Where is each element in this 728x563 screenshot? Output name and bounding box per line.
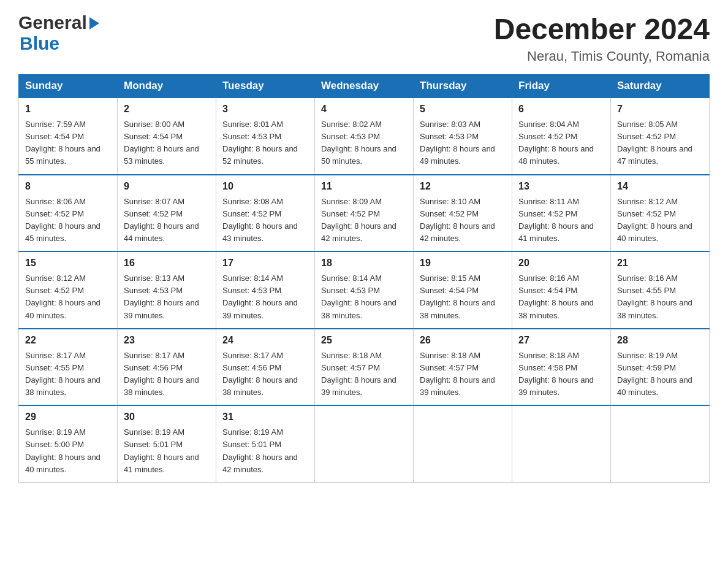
day-number: 9 — [124, 179, 210, 194]
calendar-cell: 9 Sunrise: 8:07 AMSunset: 4:52 PMDayligh… — [118, 175, 216, 252]
day-info: Sunrise: 8:19 AMSunset: 5:01 PMDaylight:… — [222, 426, 308, 476]
calendar-cell — [512, 405, 611, 482]
day-number: 29 — [25, 410, 111, 424]
day-info: Sunrise: 8:15 AMSunset: 4:54 PMDaylight:… — [420, 272, 506, 322]
day-info: Sunrise: 8:18 AMSunset: 4:57 PMDaylight:… — [420, 350, 506, 399]
day-info: Sunrise: 8:19 AMSunset: 4:59 PMDaylight:… — [617, 350, 703, 399]
calendar-cell: 12 Sunrise: 8:10 AMSunset: 4:52 PMDaylig… — [414, 175, 512, 252]
day-number: 4 — [321, 102, 407, 117]
day-number: 31 — [222, 410, 308, 424]
day-info: Sunrise: 8:04 AMSunset: 4:52 PMDaylight:… — [518, 118, 604, 168]
calendar-cell: 8 Sunrise: 8:06 AMSunset: 4:52 PMDayligh… — [19, 175, 118, 252]
day-number: 15 — [25, 256, 111, 270]
day-info: Sunrise: 8:14 AMSunset: 4:53 PMDaylight:… — [222, 272, 308, 322]
calendar-cell: 1 Sunrise: 7:59 AMSunset: 4:54 PMDayligh… — [19, 98, 118, 175]
day-number: 18 — [321, 256, 407, 270]
calendar-cell: 14 Sunrise: 8:12 AMSunset: 4:52 PMDaylig… — [611, 175, 710, 252]
calendar-cell: 31 Sunrise: 8:19 AMSunset: 5:01 PMDaylig… — [216, 405, 315, 482]
logo-general-text: General — [18, 12, 87, 33]
day-info: Sunrise: 8:10 AMSunset: 4:52 PMDaylight:… — [420, 196, 506, 245]
calendar-cell: 19 Sunrise: 8:15 AMSunset: 4:54 PMDaylig… — [414, 251, 512, 329]
calendar-header-row: SundayMondayTuesdayWednesdayThursdayFrid… — [19, 75, 710, 98]
day-number: 27 — [518, 333, 604, 348]
col-header-wednesday: Wednesday — [315, 75, 414, 98]
calendar-cell: 2 Sunrise: 8:00 AMSunset: 4:54 PMDayligh… — [118, 98, 216, 175]
day-info: Sunrise: 8:17 AMSunset: 4:56 PMDaylight:… — [124, 350, 210, 399]
page-title: December 2024 — [494, 12, 710, 46]
calendar-cell: 10 Sunrise: 8:08 AMSunset: 4:52 PMDaylig… — [216, 175, 315, 252]
title-section: December 2024 Nerau, Timis County, Roman… — [494, 12, 710, 64]
day-number: 26 — [420, 333, 506, 348]
day-number: 30 — [124, 410, 210, 424]
day-info: Sunrise: 8:09 AMSunset: 4:52 PMDaylight:… — [321, 196, 407, 245]
calendar-cell: 26 Sunrise: 8:18 AMSunset: 4:57 PMDaylig… — [414, 329, 512, 406]
day-info: Sunrise: 8:08 AMSunset: 4:52 PMDaylight:… — [222, 196, 308, 245]
day-number: 1 — [25, 102, 111, 117]
calendar-cell: 20 Sunrise: 8:16 AMSunset: 4:54 PMDaylig… — [512, 251, 611, 329]
day-info: Sunrise: 8:17 AMSunset: 4:56 PMDaylight:… — [222, 350, 308, 399]
calendar-cell: 21 Sunrise: 8:16 AMSunset: 4:55 PMDaylig… — [611, 251, 710, 329]
calendar-week-row: 15 Sunrise: 8:12 AMSunset: 4:52 PMDaylig… — [19, 251, 710, 329]
day-info: Sunrise: 8:18 AMSunset: 4:57 PMDaylight:… — [321, 350, 407, 399]
calendar-cell: 18 Sunrise: 8:14 AMSunset: 4:53 PMDaylig… — [315, 251, 414, 329]
day-number: 24 — [222, 333, 308, 348]
day-info: Sunrise: 8:07 AMSunset: 4:52 PMDaylight:… — [124, 196, 210, 245]
calendar-cell — [611, 405, 710, 482]
day-number: 8 — [25, 179, 111, 194]
calendar-cell — [414, 405, 512, 482]
calendar-cell: 13 Sunrise: 8:11 AMSunset: 4:52 PMDaylig… — [512, 175, 611, 252]
day-number: 5 — [420, 102, 506, 117]
page-subtitle: Nerau, Timis County, Romania — [494, 48, 710, 64]
day-number: 28 — [617, 333, 703, 348]
day-number: 19 — [420, 256, 506, 270]
day-info: Sunrise: 8:00 AMSunset: 4:54 PMDaylight:… — [124, 118, 210, 168]
logo: General Blue — [18, 12, 99, 54]
logo-triangle-icon — [89, 17, 99, 29]
day-info: Sunrise: 7:59 AMSunset: 4:54 PMDaylight:… — [25, 118, 111, 168]
day-info: Sunrise: 8:18 AMSunset: 4:58 PMDaylight:… — [518, 350, 604, 399]
day-info: Sunrise: 8:17 AMSunset: 4:55 PMDaylight:… — [25, 350, 111, 399]
col-header-friday: Friday — [512, 75, 611, 98]
day-info: Sunrise: 8:16 AMSunset: 4:55 PMDaylight:… — [617, 272, 703, 322]
day-number: 22 — [25, 333, 111, 348]
calendar-cell: 23 Sunrise: 8:17 AMSunset: 4:56 PMDaylig… — [118, 329, 216, 406]
day-number: 12 — [420, 179, 506, 194]
calendar-cell: 22 Sunrise: 8:17 AMSunset: 4:55 PMDaylig… — [19, 329, 118, 406]
day-info: Sunrise: 8:05 AMSunset: 4:52 PMDaylight:… — [617, 118, 703, 168]
day-number: 25 — [321, 333, 407, 348]
day-number: 6 — [518, 102, 604, 117]
calendar-cell: 6 Sunrise: 8:04 AMSunset: 4:52 PMDayligh… — [512, 98, 611, 175]
day-info: Sunrise: 8:01 AMSunset: 4:53 PMDaylight:… — [222, 118, 308, 168]
calendar-cell: 28 Sunrise: 8:19 AMSunset: 4:59 PMDaylig… — [611, 329, 710, 406]
calendar-cell: 27 Sunrise: 8:18 AMSunset: 4:58 PMDaylig… — [512, 329, 611, 406]
calendar-week-row: 29 Sunrise: 8:19 AMSunset: 5:00 PMDaylig… — [19, 405, 710, 482]
calendar-cell: 24 Sunrise: 8:17 AMSunset: 4:56 PMDaylig… — [216, 329, 315, 406]
col-header-tuesday: Tuesday — [216, 75, 315, 98]
day-info: Sunrise: 8:19 AMSunset: 5:00 PMDaylight:… — [25, 426, 111, 476]
calendar-cell: 30 Sunrise: 8:19 AMSunset: 5:01 PMDaylig… — [118, 405, 216, 482]
col-header-thursday: Thursday — [414, 75, 512, 98]
day-number: 7 — [617, 102, 703, 117]
calendar-cell: 17 Sunrise: 8:14 AMSunset: 4:53 PMDaylig… — [216, 251, 315, 329]
day-info: Sunrise: 8:19 AMSunset: 5:01 PMDaylight:… — [124, 426, 210, 476]
day-number: 2 — [124, 102, 210, 117]
logo-blue-text: Blue — [20, 33, 59, 54]
day-number: 3 — [222, 102, 308, 117]
day-info: Sunrise: 8:14 AMSunset: 4:53 PMDaylight:… — [321, 272, 407, 322]
calendar-week-row: 22 Sunrise: 8:17 AMSunset: 4:55 PMDaylig… — [19, 329, 710, 406]
calendar-cell: 7 Sunrise: 8:05 AMSunset: 4:52 PMDayligh… — [611, 98, 710, 175]
calendar-table: SundayMondayTuesdayWednesdayThursdayFrid… — [18, 74, 710, 483]
calendar-cell: 11 Sunrise: 8:09 AMSunset: 4:52 PMDaylig… — [315, 175, 414, 252]
day-info: Sunrise: 8:03 AMSunset: 4:53 PMDaylight:… — [420, 118, 506, 168]
calendar-week-row: 8 Sunrise: 8:06 AMSunset: 4:52 PMDayligh… — [19, 175, 710, 252]
day-info: Sunrise: 8:12 AMSunset: 4:52 PMDaylight:… — [25, 272, 111, 322]
calendar-cell: 4 Sunrise: 8:02 AMSunset: 4:53 PMDayligh… — [315, 98, 414, 175]
calendar-cell: 3 Sunrise: 8:01 AMSunset: 4:53 PMDayligh… — [216, 98, 315, 175]
calendar-cell: 15 Sunrise: 8:12 AMSunset: 4:52 PMDaylig… — [19, 251, 118, 329]
day-info: Sunrise: 8:02 AMSunset: 4:53 PMDaylight:… — [321, 118, 407, 168]
calendar-cell: 16 Sunrise: 8:13 AMSunset: 4:53 PMDaylig… — [118, 251, 216, 329]
day-number: 13 — [518, 179, 604, 194]
day-number: 14 — [617, 179, 703, 194]
day-info: Sunrise: 8:06 AMSunset: 4:52 PMDaylight:… — [25, 196, 111, 245]
col-header-sunday: Sunday — [19, 75, 118, 98]
